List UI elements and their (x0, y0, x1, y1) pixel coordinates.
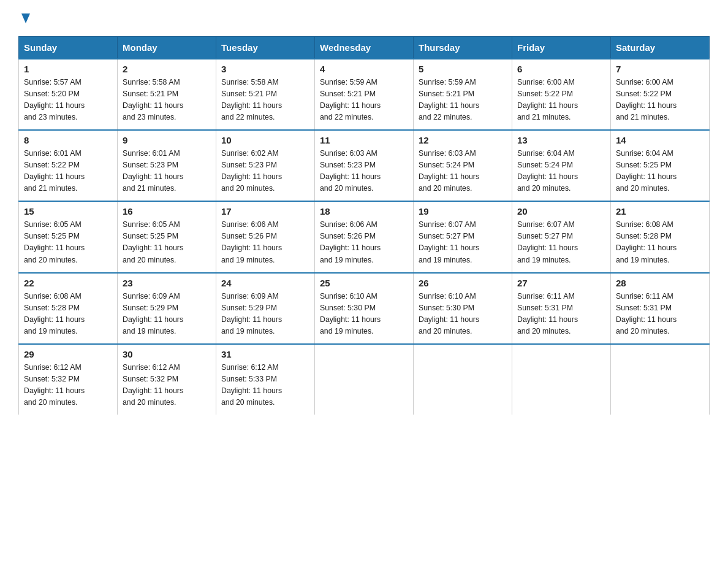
calendar-cell (315, 344, 414, 415)
day-info: Sunrise: 6:11 AMSunset: 5:31 PMDaylight:… (616, 291, 704, 337)
day-number: 28 (616, 278, 704, 288)
calendar-cell: 14Sunrise: 6:04 AMSunset: 5:25 PMDayligh… (611, 130, 710, 201)
day-info: Sunrise: 6:01 AMSunset: 5:22 PMDaylight:… (24, 148, 112, 194)
calendar-cell: 18Sunrise: 6:06 AMSunset: 5:26 PMDayligh… (315, 201, 414, 272)
calendar-cell: 8Sunrise: 6:01 AMSunset: 5:22 PMDaylight… (19, 130, 118, 201)
day-info: Sunrise: 6:08 AMSunset: 5:28 PMDaylight:… (616, 219, 704, 266)
calendar-cell: 23Sunrise: 6:09 AMSunset: 5:29 PMDayligh… (118, 273, 216, 344)
calendar-week-4: 22Sunrise: 6:08 AMSunset: 5:28 PMDayligh… (19, 273, 710, 344)
day-number: 25 (320, 278, 408, 288)
day-number: 14 (616, 135, 704, 145)
day-info: Sunrise: 6:06 AMSunset: 5:26 PMDaylight:… (221, 219, 309, 266)
day-number: 12 (419, 135, 507, 145)
day-number: 4 (320, 64, 408, 74)
day-info: Sunrise: 6:02 AMSunset: 5:23 PMDaylight:… (221, 148, 309, 194)
calendar-header: SundayMondayTuesdayWednesdayThursdayFrid… (19, 37, 710, 59)
calendar-cell: 16Sunrise: 6:05 AMSunset: 5:25 PMDayligh… (118, 201, 216, 272)
day-number: 3 (221, 64, 309, 74)
day-number: 21 (616, 206, 704, 216)
calendar-cell: 25Sunrise: 6:10 AMSunset: 5:30 PMDayligh… (315, 273, 414, 344)
day-info: Sunrise: 6:05 AMSunset: 5:25 PMDaylight:… (123, 219, 211, 266)
day-info: Sunrise: 6:06 AMSunset: 5:26 PMDaylight:… (320, 219, 408, 266)
day-number: 7 (616, 64, 704, 74)
day-info: Sunrise: 6:05 AMSunset: 5:25 PMDaylight:… (24, 219, 112, 266)
calendar-cell: 11Sunrise: 6:03 AMSunset: 5:23 PMDayligh… (315, 130, 414, 201)
calendar-cell: 7Sunrise: 6:00 AMSunset: 5:22 PMDaylight… (611, 59, 710, 130)
day-info: Sunrise: 6:03 AMSunset: 5:24 PMDaylight:… (419, 148, 507, 194)
calendar-cell: 27Sunrise: 6:11 AMSunset: 5:31 PMDayligh… (512, 273, 611, 344)
calendar-body: 1Sunrise: 5:57 AMSunset: 5:20 PMDaylight… (19, 59, 710, 415)
day-info: Sunrise: 5:57 AMSunset: 5:20 PMDaylight:… (24, 77, 112, 123)
calendar-cell: 13Sunrise: 6:04 AMSunset: 5:24 PMDayligh… (512, 130, 611, 201)
calendar-cell: 3Sunrise: 5:58 AMSunset: 5:21 PMDaylight… (216, 59, 315, 130)
day-number: 15 (24, 206, 112, 216)
calendar-cell: 5Sunrise: 5:59 AMSunset: 5:21 PMDaylight… (414, 59, 512, 130)
day-header-wednesday: Wednesday (315, 37, 414, 59)
calendar-cell: 6Sunrise: 6:00 AMSunset: 5:22 PMDaylight… (512, 59, 611, 130)
calendar-week-3: 15Sunrise: 6:05 AMSunset: 5:25 PMDayligh… (19, 201, 710, 272)
calendar-cell: 1Sunrise: 5:57 AMSunset: 5:20 PMDaylight… (19, 59, 118, 130)
day-info: Sunrise: 6:07 AMSunset: 5:27 PMDaylight:… (517, 219, 605, 266)
calendar-cell: 15Sunrise: 6:05 AMSunset: 5:25 PMDayligh… (19, 201, 118, 272)
day-info: Sunrise: 5:58 AMSunset: 5:21 PMDaylight:… (221, 77, 309, 123)
day-number: 27 (517, 278, 605, 288)
calendar-cell: 17Sunrise: 6:06 AMSunset: 5:26 PMDayligh… (216, 201, 315, 272)
calendar-cell: 21Sunrise: 6:08 AMSunset: 5:28 PMDayligh… (611, 201, 710, 272)
calendar-cell: 28Sunrise: 6:11 AMSunset: 5:31 PMDayligh… (611, 273, 710, 344)
calendar-cell: 29Sunrise: 6:12 AMSunset: 5:32 PMDayligh… (19, 344, 118, 415)
calendar-cell: 22Sunrise: 6:08 AMSunset: 5:28 PMDayligh… (19, 273, 118, 344)
calendar-cell: 24Sunrise: 6:09 AMSunset: 5:29 PMDayligh… (216, 273, 315, 344)
day-info: Sunrise: 5:59 AMSunset: 5:21 PMDaylight:… (419, 77, 507, 123)
day-header-monday: Monday (118, 37, 216, 59)
calendar-week-2: 8Sunrise: 6:01 AMSunset: 5:22 PMDaylight… (19, 130, 710, 201)
day-number: 18 (320, 206, 408, 216)
day-number: 10 (221, 135, 309, 145)
day-number: 23 (123, 278, 211, 288)
day-number: 16 (123, 206, 211, 216)
calendar-cell: 31Sunrise: 6:12 AMSunset: 5:33 PMDayligh… (216, 344, 315, 415)
day-header-friday: Friday (512, 37, 611, 59)
day-number: 17 (221, 206, 309, 216)
day-number: 9 (123, 135, 211, 145)
day-info: Sunrise: 6:12 AMSunset: 5:32 PMDaylight:… (24, 362, 112, 408)
calendar-week-5: 29Sunrise: 6:12 AMSunset: 5:32 PMDayligh… (19, 344, 710, 415)
day-info: Sunrise: 6:01 AMSunset: 5:23 PMDaylight:… (123, 148, 211, 194)
calendar-cell: 20Sunrise: 6:07 AMSunset: 5:27 PMDayligh… (512, 201, 611, 272)
day-info: Sunrise: 6:12 AMSunset: 5:32 PMDaylight:… (123, 362, 211, 408)
day-header-saturday: Saturday (611, 37, 710, 59)
day-header-sunday: Sunday (19, 37, 118, 59)
day-number: 11 (320, 135, 408, 145)
day-info: Sunrise: 6:04 AMSunset: 5:24 PMDaylight:… (517, 148, 605, 194)
calendar-cell (512, 344, 611, 415)
day-number: 26 (419, 278, 507, 288)
calendar-cell: 26Sunrise: 6:10 AMSunset: 5:30 PMDayligh… (414, 273, 512, 344)
day-number: 30 (123, 349, 211, 359)
day-number: 20 (517, 206, 605, 216)
calendar-table: SundayMondayTuesdayWednesdayThursdayFrid… (18, 36, 710, 415)
day-info: Sunrise: 6:08 AMSunset: 5:28 PMDaylight:… (24, 291, 112, 337)
day-number: 5 (419, 64, 507, 74)
day-info: Sunrise: 6:09 AMSunset: 5:29 PMDaylight:… (123, 291, 211, 337)
day-number: 24 (221, 278, 309, 288)
day-number: 19 (419, 206, 507, 216)
day-info: Sunrise: 6:12 AMSunset: 5:33 PMDaylight:… (221, 362, 309, 408)
calendar-cell: 12Sunrise: 6:03 AMSunset: 5:24 PMDayligh… (414, 130, 512, 201)
page-header (18, 12, 710, 25)
calendar-cell: 10Sunrise: 6:02 AMSunset: 5:23 PMDayligh… (216, 130, 315, 201)
calendar-cell: 30Sunrise: 6:12 AMSunset: 5:32 PMDayligh… (118, 344, 216, 415)
calendar-week-1: 1Sunrise: 5:57 AMSunset: 5:20 PMDaylight… (19, 59, 710, 130)
day-info: Sunrise: 6:10 AMSunset: 5:30 PMDaylight:… (320, 291, 408, 337)
day-number: 6 (517, 64, 605, 74)
day-number: 13 (517, 135, 605, 145)
calendar-cell: 19Sunrise: 6:07 AMSunset: 5:27 PMDayligh… (414, 201, 512, 272)
day-number: 2 (123, 64, 211, 74)
day-info: Sunrise: 6:00 AMSunset: 5:22 PMDaylight:… (517, 77, 605, 123)
calendar-cell: 9Sunrise: 6:01 AMSunset: 5:23 PMDaylight… (118, 130, 216, 201)
day-header-tuesday: Tuesday (216, 37, 315, 59)
day-info: Sunrise: 6:09 AMSunset: 5:29 PMDaylight:… (221, 291, 309, 337)
day-number: 31 (221, 349, 309, 359)
day-number: 22 (24, 278, 112, 288)
day-info: Sunrise: 6:07 AMSunset: 5:27 PMDaylight:… (419, 219, 507, 266)
calendar-cell (611, 344, 710, 415)
day-info: Sunrise: 6:04 AMSunset: 5:25 PMDaylight:… (616, 148, 704, 194)
